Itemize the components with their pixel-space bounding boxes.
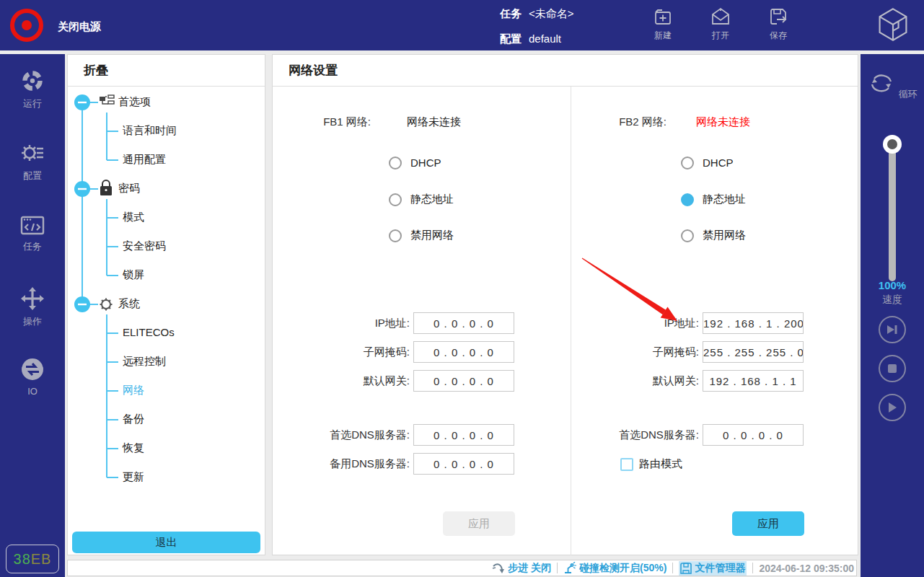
- task-label: 任务: [500, 7, 522, 19]
- tree-group-preferences[interactable]: 首选项: [118, 95, 151, 109]
- task-value: <未命名>: [529, 7, 574, 19]
- nav-item-operate[interactable]: 操作: [0, 286, 65, 328]
- loop-label: 循环: [899, 89, 918, 100]
- separator: [557, 563, 558, 573]
- speed-slider-track[interactable]: [889, 141, 896, 281]
- fb1-apply-button[interactable]: 应用: [443, 511, 515, 536]
- fb2-apply-button[interactable]: 应用: [732, 511, 804, 536]
- fb1-radio-static[interactable]: 静态地址: [389, 193, 454, 207]
- power-status-icon[interactable]: [10, 9, 43, 42]
- network-settings-panel: 网络设置 FB1 网络: 网络未连接 DHCP 静态地址 禁用网络 IP地址: …: [272, 54, 858, 555]
- radio-icon: [389, 157, 402, 169]
- robot-arm-icon: [563, 562, 576, 575]
- open-task-button[interactable]: 打开: [698, 6, 744, 42]
- file-manager-icon: [680, 563, 692, 574]
- step-mode-text: 步进 关闭: [508, 562, 551, 575]
- tree-item-backup[interactable]: 备份: [123, 413, 144, 426]
- fb1-mask-input[interactable]: [413, 341, 514, 363]
- tree-item-security-password[interactable]: 安全密码: [123, 239, 166, 253]
- hex-status-badge: 38EB: [6, 545, 59, 573]
- tree-group-password[interactable]: 密码: [118, 182, 140, 195]
- fb1-network-label: FB1 网络:: [287, 115, 371, 129]
- nav-label-config: 配置: [23, 170, 42, 181]
- config-value: default: [529, 32, 561, 45]
- settings-tree-panel: 折叠 首选项 语言和时间 通: [67, 54, 265, 555]
- config-label: 配置: [500, 32, 522, 45]
- fb1-dns1-input[interactable]: [413, 424, 514, 446]
- fb2-mask-label: 子网掩码:: [586, 345, 699, 359]
- hierarchy-icon: [100, 95, 114, 104]
- speed-label: 速度: [861, 294, 924, 307]
- page-title: 网络设置: [289, 62, 338, 79]
- tree-group-system[interactable]: 系统: [118, 297, 140, 311]
- nav-item-run[interactable]: 运行: [0, 69, 65, 110]
- hex-badge-olive: EB: [31, 551, 52, 568]
- gear-list-icon: [19, 141, 45, 165]
- collapse-minus-icons: [74, 94, 90, 312]
- fb1-radio-disable-label: 禁用网络: [410, 229, 454, 241]
- fb2-gateway-label: 默认网关:: [586, 374, 699, 388]
- fb1-network-status: 网络未连接: [407, 115, 461, 129]
- io-arrows-icon: [20, 357, 45, 382]
- tree-item-elitecos[interactable]: ELITECOs: [123, 326, 175, 338]
- run-wheel-icon: [20, 69, 45, 93]
- nav-item-task[interactable]: 任务: [0, 214, 65, 253]
- fb1-dns2-input[interactable]: [413, 453, 514, 475]
- tree-item-update[interactable]: 更新: [123, 470, 144, 484]
- fb2-network-label: FB2 网络:: [586, 115, 666, 129]
- collision-detect-status[interactable]: 碰撞检测开启(50%): [563, 562, 666, 575]
- fb1-ip-label: IP地址:: [287, 317, 410, 330]
- step-mode-status[interactable]: 步进 关闭: [492, 562, 551, 575]
- step-arrow-icon: [492, 563, 505, 574]
- fb2-mask-input[interactable]: [703, 341, 804, 363]
- new-task-button[interactable]: 新建: [640, 6, 686, 42]
- move-arrows-icon: [20, 286, 45, 311]
- fb1-gateway-input[interactable]: [413, 370, 514, 392]
- nav-item-io[interactable]: IO: [0, 357, 65, 397]
- status-bar: 步进 关闭 碰撞检测开启(50%) 文件管理器 2024-06-12 09:35…: [67, 560, 857, 576]
- fb1-ip-input[interactable]: [413, 312, 514, 334]
- fb2-radio-static[interactable]: 静态地址: [681, 193, 746, 207]
- fb2-dns1-row: 首选DNS服务器:: [571, 424, 860, 446]
- fb1-mask-row: 子网掩码:: [273, 341, 571, 363]
- loop-mode-button[interactable]: 循环: [861, 70, 924, 101]
- tree-collapse-title[interactable]: 折叠: [84, 62, 108, 79]
- radio-icon: [681, 229, 694, 242]
- file-manager-text: 文件管理器: [695, 562, 745, 575]
- nav-label-task: 任务: [23, 241, 42, 252]
- fb2-dns1-label: 首选DNS服务器:: [586, 428, 699, 442]
- right-control-rail: 循环 100% 速度: [861, 54, 924, 577]
- fb1-radio-disable[interactable]: 禁用网络: [389, 229, 454, 243]
- tree-item-network[interactable]: 网络: [123, 384, 144, 397]
- fb2-ip-input[interactable]: [703, 312, 804, 334]
- fb2-radio-dhcp[interactable]: DHCP: [681, 156, 734, 170]
- tree-item-language-time[interactable]: 语言和时间: [123, 124, 177, 138]
- tree-item-mode[interactable]: 模式: [123, 211, 144, 224]
- fb2-dns1-input[interactable]: [703, 424, 804, 446]
- tree-item-restore[interactable]: 恢复: [123, 441, 144, 455]
- step-next-button[interactable]: [879, 316, 906, 343]
- fb1-ip-row: IP地址:: [273, 312, 571, 334]
- nav-item-config[interactable]: 配置: [0, 141, 65, 182]
- nav-label-run: 运行: [23, 98, 42, 109]
- play-button[interactable]: [879, 394, 906, 421]
- speed-slider-knob[interactable]: [883, 135, 902, 154]
- file-manager-button[interactable]: 文件管理器: [679, 561, 747, 576]
- fb2-ip-label: IP地址:: [586, 317, 699, 330]
- fb2-router-mode-checkbox[interactable]: 路由模式: [620, 457, 682, 471]
- fb1-radio-dhcp[interactable]: DHCP: [389, 156, 441, 170]
- nav-label-io: IO: [27, 386, 38, 397]
- fb1-mask-label: 子网掩码:: [287, 345, 410, 359]
- tree-item-lock-screen[interactable]: 锁屏: [123, 268, 144, 282]
- power-off-button[interactable]: 关闭电源: [58, 20, 101, 34]
- fb2-gateway-row: 默认网关:: [571, 370, 860, 392]
- fb2-radio-disable[interactable]: 禁用网络: [681, 229, 746, 243]
- exit-button[interactable]: 退出: [72, 532, 260, 553]
- power-dot-icon: [22, 20, 32, 30]
- fb2-gateway-input[interactable]: [703, 370, 804, 392]
- stop-button[interactable]: [879, 355, 906, 382]
- save-task-button[interactable]: 保存: [755, 6, 801, 42]
- tree-item-general-config[interactable]: 通用配置: [123, 153, 166, 167]
- fb2-ip-row: IP地址:: [571, 312, 860, 334]
- tree-item-remote-control[interactable]: 远程控制: [123, 355, 166, 369]
